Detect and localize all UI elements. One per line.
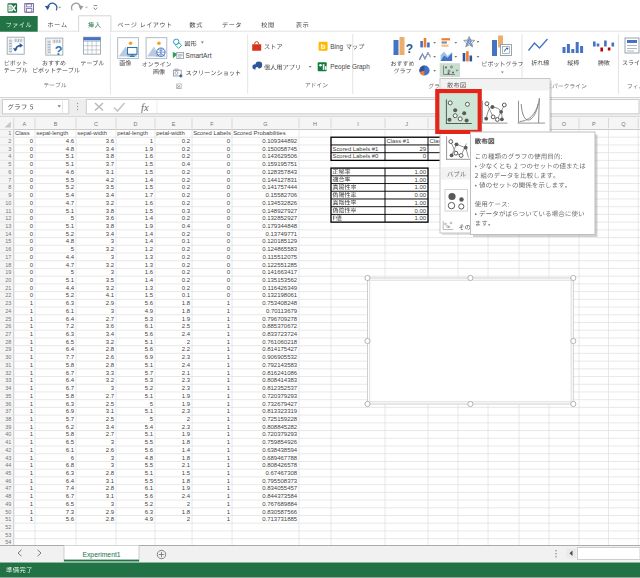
svg-text:b: b [321, 42, 326, 51]
svg-text:12: 12 [5, 215, 11, 221]
svg-text:4.8: 4.8 [66, 146, 75, 152]
svg-text:1.7: 1.7 [145, 192, 154, 198]
svg-text:2.3: 2.3 [182, 408, 191, 414]
svg-text:7.7: 7.7 [66, 354, 75, 360]
svg-text:Q: Q [621, 121, 626, 127]
svg-text:fx: fx [141, 102, 149, 113]
svg-text:3.2: 3.2 [106, 339, 115, 345]
svg-text:5.6: 5.6 [145, 346, 154, 352]
svg-text:3.2: 3.2 [106, 246, 115, 252]
svg-text:1.6: 1.6 [145, 269, 154, 275]
svg-text:0.720379293: 0.720379293 [262, 393, 298, 399]
svg-text:Class: Class [15, 130, 30, 136]
svg-text:0.116426349: 0.116426349 [263, 285, 298, 291]
svg-text:0.833723724: 0.833723724 [262, 331, 298, 337]
svg-text:0.2: 0.2 [182, 254, 191, 260]
svg-text:0.795508373: 0.795508373 [262, 478, 298, 484]
svg-text:29: 29 [5, 346, 11, 352]
svg-text:52: 52 [5, 524, 11, 530]
svg-text:?: ? [55, 44, 63, 58]
svg-text:34: 34 [5, 385, 11, 391]
svg-text:0.732679427: 0.732679427 [262, 401, 298, 407]
svg-text:People Graph: People Graph [330, 63, 370, 71]
svg-text:1: 1 [8, 130, 11, 136]
svg-text:B: B [54, 121, 58, 127]
svg-text:0.70113679: 0.70113679 [266, 308, 298, 314]
svg-text:1.4: 1.4 [145, 215, 154, 221]
svg-text:1.5: 1.5 [145, 184, 154, 190]
svg-text:7: 7 [8, 177, 11, 183]
svg-text:0.4: 0.4 [182, 223, 191, 229]
svg-text:Experiment1: Experiment1 [82, 551, 120, 559]
svg-text:6.3: 6.3 [66, 300, 75, 306]
svg-text:5.5: 5.5 [66, 177, 75, 183]
svg-text:1.9: 1.9 [182, 393, 191, 399]
svg-text:19: 19 [5, 269, 11, 275]
svg-text:0.122551285: 0.122551285 [262, 262, 298, 268]
svg-text:46: 46 [5, 478, 11, 484]
svg-text:3.1: 3.1 [106, 408, 115, 414]
svg-text:1.8: 1.8 [182, 439, 191, 445]
svg-text:5.1: 5.1 [66, 223, 75, 229]
svg-text:30: 30 [5, 354, 11, 360]
svg-text:6.4: 6.4 [66, 377, 75, 383]
svg-text:1.6: 1.6 [145, 153, 154, 159]
svg-text:6.5: 6.5 [66, 339, 75, 345]
svg-text:1.4: 1.4 [145, 177, 154, 183]
svg-text:48: 48 [5, 493, 11, 499]
svg-text:0.814175427: 0.814175427 [262, 346, 298, 352]
svg-text:0.796709278: 0.796709278 [262, 316, 298, 322]
svg-text:0.00: 0.00 [415, 192, 427, 198]
svg-text:0.2: 0.2 [182, 177, 191, 183]
svg-text:5.6: 5.6 [66, 516, 75, 522]
svg-text:51: 51 [5, 516, 11, 522]
svg-text:D: D [134, 121, 138, 127]
svg-text:0.689467788: 0.689467788 [262, 455, 298, 461]
svg-text:50: 50 [5, 509, 11, 515]
svg-text:3.2: 3.2 [106, 377, 115, 383]
svg-text:6.1: 6.1 [145, 485, 154, 491]
svg-text:3.1: 3.1 [106, 493, 115, 499]
svg-text:0.761060218: 0.761060218 [262, 339, 298, 345]
svg-text:5.2: 5.2 [66, 292, 75, 298]
svg-text:0.2: 0.2 [182, 138, 191, 144]
svg-text:0.767689884: 0.767689884 [262, 501, 298, 507]
svg-text:Scored Labels #1: Scored Labels #1 [333, 146, 379, 152]
svg-text:0.2: 0.2 [182, 269, 191, 275]
svg-text:1.5: 1.5 [145, 161, 154, 167]
svg-text:2.3: 2.3 [182, 377, 191, 383]
svg-text:0.135153562: 0.135153562 [262, 277, 298, 283]
svg-text:14: 14 [5, 231, 11, 237]
svg-text:4.7: 4.7 [66, 200, 75, 206]
svg-text:0.109344892: 0.109344892 [262, 138, 298, 144]
svg-text:0.4: 0.4 [182, 161, 191, 167]
svg-text:0.134532826: 0.134532826 [262, 200, 298, 206]
svg-text:Scored Labels: Scored Labels [193, 130, 231, 136]
svg-text:E: E [172, 121, 176, 127]
svg-text:4.2: 4.2 [106, 177, 115, 183]
svg-text:3.4: 3.4 [106, 231, 115, 237]
svg-text:6.4: 6.4 [66, 346, 75, 352]
svg-text:5.6: 5.6 [145, 493, 154, 499]
svg-text:38: 38 [5, 416, 11, 422]
svg-text:10: 10 [5, 200, 11, 206]
svg-text:6.5: 6.5 [66, 439, 75, 445]
svg-text:0.2: 0.2 [182, 184, 191, 190]
svg-text:0.808845282: 0.808845282 [262, 424, 298, 430]
svg-text:5.2: 5.2 [145, 501, 154, 507]
svg-text:1.4: 1.4 [145, 238, 154, 244]
svg-text:0.2: 0.2 [182, 200, 191, 206]
svg-text:5.1: 5.1 [145, 408, 154, 414]
svg-text:0.1: 0.1 [182, 292, 191, 298]
svg-text:0.720379293: 0.720379293 [262, 431, 298, 437]
svg-text:6.9: 6.9 [66, 408, 75, 414]
svg-text:6.3: 6.3 [66, 470, 75, 476]
svg-text:5.8: 5.8 [66, 431, 75, 437]
svg-text:7.3: 7.3 [66, 509, 75, 515]
svg-text:3.5: 3.5 [106, 184, 115, 190]
svg-text:1.6: 1.6 [145, 200, 154, 206]
svg-text:5.1: 5.1 [66, 277, 75, 283]
svg-text:42: 42 [5, 447, 11, 453]
svg-text:5.4: 5.4 [66, 192, 75, 198]
svg-text:?: ? [406, 42, 413, 56]
